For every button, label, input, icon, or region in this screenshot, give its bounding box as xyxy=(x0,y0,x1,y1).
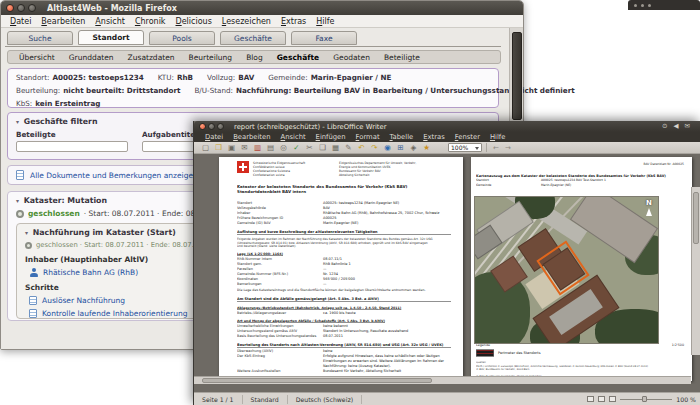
menu-item[interactable]: Datei xyxy=(200,133,228,141)
writer-vertical-scrollbar[interactable] xyxy=(691,187,700,355)
window-title: report (schreibgeschützt) - LibreOffice … xyxy=(234,123,386,131)
cut-icon[interactable]: ✂ xyxy=(304,143,315,153)
info-value: kein Ersteintrag xyxy=(35,99,100,108)
datenblatt-number: BAV Datenblatt Nr. A00025 xyxy=(476,162,684,166)
maximize-button[interactable] xyxy=(28,4,36,12)
multi-page-view-icon[interactable] xyxy=(598,396,605,402)
map-scale: 1:2'500 xyxy=(672,343,684,347)
menu-item[interactable]: Bearbeiten xyxy=(36,17,90,26)
email-icon[interactable]: ✉ xyxy=(239,143,250,153)
info-value: Marin-Epagnier / NE xyxy=(311,73,392,82)
sub-tab[interactable]: Geschäfte xyxy=(270,53,327,62)
statusbar-style[interactable]: Standard xyxy=(243,395,288,404)
kv-row: Gemeinde (ID) BAVMarin-Epagnier (NE) xyxy=(237,220,451,225)
menu-item[interactable]: Hilfe xyxy=(485,133,510,141)
firefox-titlebar[interactable]: Altlast4Web - Mozilla Firefox xyxy=(1,1,523,15)
save-icon[interactable]: ▣ xyxy=(226,143,237,153)
scrollbar-thumb[interactable] xyxy=(512,32,522,120)
volume-icon[interactable]: ◀ xyxy=(674,121,679,132)
table-icon[interactable]: ⊞ xyxy=(395,143,406,153)
maximize-button[interactable] xyxy=(217,123,224,130)
main-tab[interactable]: Faxe xyxy=(291,31,357,45)
menu-item[interactable]: Chronik xyxy=(130,17,171,26)
back-arrow-icon[interactable]: ← xyxy=(491,144,501,152)
find-icon[interactable]: ◈ xyxy=(408,143,419,153)
section-heading: Am Standort sind die Abfälle gemäss/gela… xyxy=(237,297,451,302)
step-row: Auslöser Nachführung ✓ xyxy=(25,296,211,305)
scrollbar-thumb[interactable] xyxy=(693,192,699,244)
menu-item[interactable]: Extras xyxy=(276,17,311,26)
filter-field-input[interactable] xyxy=(16,141,128,152)
sub-tab[interactable]: Geodaten xyxy=(326,53,377,62)
mail-icon[interactable]: ✉ xyxy=(685,121,690,132)
menu-item[interactable]: Bearbeiten xyxy=(228,133,275,141)
export-pdf-icon[interactable]: ▥ xyxy=(252,143,263,153)
sub-tab[interactable]: Beteiligte xyxy=(377,53,427,62)
background-panel-fragment xyxy=(628,0,700,10)
copy-icon[interactable]: ❑ xyxy=(317,143,328,153)
menu-item[interactable]: Format xyxy=(351,133,385,141)
minimize-button[interactable] xyxy=(17,4,25,12)
lage-note: Die Lage des Katastereintrags und die St… xyxy=(237,288,451,292)
close-button[interactable] xyxy=(199,123,206,130)
window-title: Altlast4Web - Mozilla Firefox xyxy=(47,4,177,13)
info-value: nicht beurteilt: Drittstandort xyxy=(63,86,180,95)
menu-item[interactable]: Ansicht xyxy=(276,133,311,141)
menu-item[interactable]: Datei xyxy=(5,17,36,26)
undo-icon[interactable]: ↶ xyxy=(356,143,367,153)
kv-row: Basis Beurteilung des Untersuchungsstand… xyxy=(237,333,451,338)
zoom-combobox[interactable]: 100% xyxy=(448,143,482,152)
zoom-slider-thumb[interactable] xyxy=(642,396,647,402)
writer-statusbar: Seite 1 / 1 Standard Deutsch (Schweiz) 1… xyxy=(194,392,700,405)
main-tab[interactable]: Standort xyxy=(78,30,144,45)
new-document-icon[interactable]: ▢ xyxy=(200,143,211,153)
statusbar-language[interactable]: Deutsch (Schweiz) xyxy=(288,395,362,404)
close-button[interactable] xyxy=(6,4,14,12)
open-icon[interactable]: ❐ xyxy=(213,143,224,153)
zoom-slider[interactable] xyxy=(620,395,672,403)
sub-tab[interactable]: Grunddaten xyxy=(62,53,121,62)
menu-item[interactable]: Ansicht xyxy=(90,17,130,26)
sub-tab[interactable]: Übersicht xyxy=(12,53,62,62)
main-tab[interactable]: Pools xyxy=(149,31,215,45)
menu-item[interactable]: Hilfe xyxy=(311,17,339,26)
step-row: Kontrolle laufende Inhaberorientierung ✓ xyxy=(25,309,211,318)
kv-row: Der KbS-EintragErfolgte aufgrund Hinweis… xyxy=(237,353,451,368)
page-preview-icon[interactable]: ◎ xyxy=(278,143,289,153)
info-value: Nachführung: Beurteilung BAV in Bearbeit… xyxy=(236,86,575,95)
clock-icon[interactable]: ⊙ xyxy=(662,121,667,132)
menu-item[interactable]: Extras xyxy=(418,133,450,141)
main-tab[interactable]: Geschäfte xyxy=(220,31,286,45)
gallery-icon[interactable]: ★ xyxy=(421,143,432,153)
spelling-icon[interactable]: ✓ xyxy=(291,143,302,153)
status-gear-icon xyxy=(16,210,24,218)
menu-item[interactable]: Delicious xyxy=(171,17,217,26)
paste-icon[interactable]: ▦ xyxy=(330,143,341,153)
main-tab[interactable]: Suche xyxy=(7,31,73,45)
inhaber-link[interactable]: Rhätische Bahn AG (RhB) xyxy=(43,268,138,277)
single-page-view-icon[interactable] xyxy=(587,396,594,402)
scrollbar-thumb[interactable] xyxy=(202,378,432,383)
step-link[interactable]: Auslöser Nachführung xyxy=(42,296,197,305)
print-icon[interactable]: ▤ xyxy=(265,143,276,153)
toolbar-icons: ▢❐▣✉▥▤◎✓✂❑▦✎↶↷◉⊞◈★ xyxy=(200,143,432,153)
sub-tab[interactable]: Zusatzdaten xyxy=(121,53,182,62)
format-paintbrush-icon[interactable]: ✎ xyxy=(343,143,354,153)
menu-item[interactable]: Lesezeichen xyxy=(217,17,276,26)
menu-item[interactable]: Fenster xyxy=(450,133,485,141)
sub-tab[interactable]: Beurteilung xyxy=(182,53,240,62)
redo-icon[interactable]: ↷ xyxy=(369,143,380,153)
sub-tab[interactable]: Blog xyxy=(239,53,270,62)
hyperlink-icon[interactable]: ◉ xyxy=(382,143,393,153)
all-documents-link[interactable]: Alle Dokumente und Bemerkungen anzeigen xyxy=(30,171,198,180)
step-link[interactable]: Kontrolle laufende Inhaberorientierung xyxy=(42,309,197,318)
writer-horizontal-scrollbar[interactable] xyxy=(194,376,691,384)
forward-arrow-icon[interactable]: → xyxy=(503,144,513,152)
tab-divider xyxy=(5,46,501,47)
menu-item[interactable]: Tabelle xyxy=(385,133,419,141)
writer-titlebar[interactable]: report (schreibgeschützt) - LibreOffice … xyxy=(194,121,700,132)
filter-field-label: Beteiligte xyxy=(16,130,128,139)
menu-item[interactable]: Einfügen xyxy=(311,133,351,141)
minimize-button[interactable] xyxy=(208,123,215,130)
book-view-icon[interactable] xyxy=(609,396,616,402)
